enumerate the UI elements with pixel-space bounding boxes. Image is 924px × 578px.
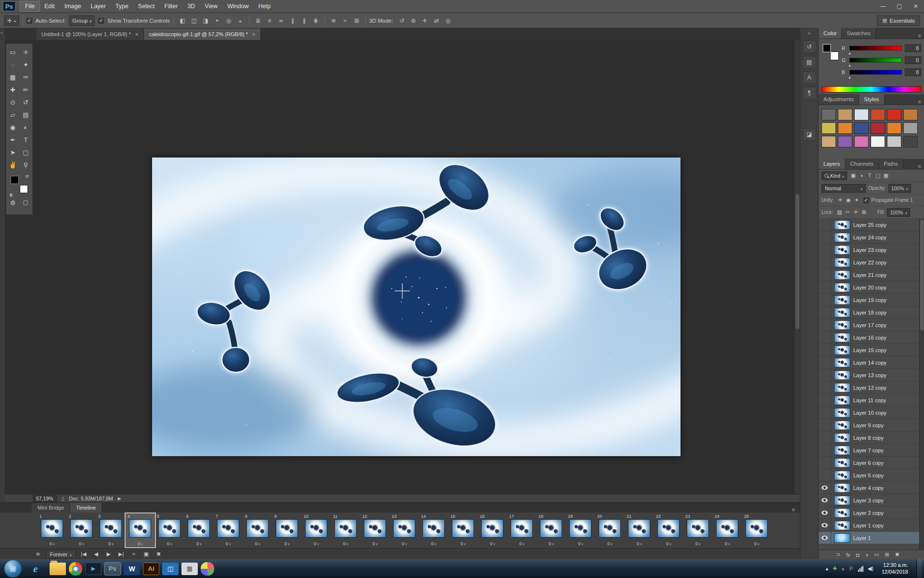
layer-thumbnail[interactable] <box>834 508 850 518</box>
new-group-icon[interactable]: ▭ <box>874 552 879 558</box>
rectangle-tool[interactable]: ▢ <box>19 146 32 158</box>
animation-frame[interactable]: 11 0 <box>331 513 360 547</box>
lock-transparency-icon[interactable]: ▨ <box>835 209 844 215</box>
tab-swatches[interactable]: Swatches <box>842 28 876 39</box>
channel-slider[interactable]: ▲ <box>849 46 902 51</box>
layer-thumbnail[interactable] <box>834 433 850 443</box>
style-swatch[interactable] <box>854 109 869 120</box>
menu-3d[interactable]: 3D <box>182 1 200 11</box>
frame-delay-dropdown[interactable]: 0 <box>742 541 771 546</box>
paint-icon[interactable] <box>201 562 214 576</box>
layer-visibility-toggle[interactable] <box>819 331 831 343</box>
animation-frame[interactable]: 20 0 <box>595 513 625 547</box>
animation-frame[interactable]: 8 0 <box>243 513 272 547</box>
auto-align-layers-icon[interactable]: ⊞ <box>351 16 362 26</box>
layer-thumbnail[interactable] <box>834 483 850 493</box>
tab-paths[interactable]: Paths <box>879 158 903 169</box>
animation-frame[interactable]: 13 0 <box>390 513 419 547</box>
layer-visibility-toggle[interactable] <box>819 281 831 293</box>
layer-visibility-toggle[interactable] <box>819 519 831 531</box>
layer-thumbnail[interactable] <box>834 220 850 230</box>
layer-thumbnail[interactable] <box>834 295 850 305</box>
adjustment-layer-icon[interactable]: ◑ <box>865 552 868 558</box>
layer-visibility-toggle[interactable] <box>819 532 831 544</box>
Layer 20 copy[interactable]: Layer 20 copy <box>819 281 924 294</box>
play-button[interactable]: ▶ <box>104 551 113 557</box>
menu-layer[interactable]: Layer <box>86 1 110 11</box>
layer-visibility-toggle[interactable] <box>819 419 831 431</box>
animation-frame[interactable]: 24 0 <box>713 513 742 547</box>
style-swatch[interactable] <box>871 109 885 120</box>
layer-thumbnail[interactable] <box>834 270 850 280</box>
distribute-horizontal-spacing-icon[interactable]: ≈ <box>340 16 350 26</box>
layer-visibility-toggle[interactable] <box>819 482 831 494</box>
animation-frame[interactable]: 23 0 <box>683 513 713 547</box>
quick-selection-tool[interactable]: ✦ <box>19 58 32 71</box>
slider-marker-icon[interactable]: ▲ <box>848 64 851 67</box>
Layer 6 copy[interactable]: Layer 6 copy <box>819 457 924 469</box>
file-explorer-icon[interactable] <box>50 563 66 575</box>
style-swatch[interactable] <box>903 109 918 120</box>
layer-thumbnail[interactable] <box>834 408 850 418</box>
Layer 14 copy[interactable]: Layer 14 copy <box>819 356 924 369</box>
layer-filter-dropdown[interactable]: Kind <box>821 171 847 180</box>
frame-delay-dropdown[interactable]: 0 <box>507 541 537 546</box>
canvas-area[interactable] <box>5 40 800 494</box>
duplicate-frame-button[interactable]: ▣ <box>142 551 151 557</box>
layer-thumbnail[interactable] <box>834 446 850 455</box>
blur-tool[interactable]: ◉ <box>6 121 19 133</box>
align-vertical-centers-icon[interactable]: ◎ <box>223 16 234 26</box>
animation-frame[interactable]: 12 0 <box>360 513 390 547</box>
style-swatch[interactable] <box>838 122 852 134</box>
layer-thumbnail[interactable] <box>834 345 850 355</box>
style-swatch[interactable] <box>854 136 869 147</box>
vertical-scrollbar[interactable] <box>794 40 800 494</box>
menu-window[interactable]: Window <box>222 1 253 11</box>
default-colors-icon[interactable] <box>10 191 14 195</box>
history-panel-icon[interactable]: ↺ <box>803 40 816 53</box>
path-selection-tool[interactable]: ➤ <box>6 146 19 158</box>
layer-visibility-toggle[interactable] <box>819 344 831 356</box>
channel-value-field[interactable]: 0 <box>905 44 921 52</box>
frame-delay-dropdown[interactable]: 0 <box>566 541 595 546</box>
action-center-flag-icon[interactable]: ⚐ <box>849 565 854 572</box>
dock-collapse-strip-left[interactable] <box>0 28 5 559</box>
healing-brush-tool[interactable]: ✚ <box>6 83 19 96</box>
filter-smart-objects-icon[interactable]: ▦ <box>882 172 890 179</box>
3d-rotate-icon[interactable]: ↺ <box>397 16 407 26</box>
move-tool[interactable]: ✛ <box>19 46 32 58</box>
frame-delay-dropdown[interactable]: 0 <box>595 541 625 546</box>
frame-delay-dropdown[interactable]: 0 <box>683 541 713 546</box>
layer-thumbnail[interactable] <box>834 320 850 330</box>
frame-delay-dropdown[interactable]: 0 <box>184 541 214 546</box>
style-swatch[interactable] <box>903 122 918 134</box>
Layer 15 copy[interactable]: Layer 15 copy <box>819 344 924 356</box>
filter-adjustment-layers-icon[interactable]: ◑ <box>858 172 866 179</box>
Layer 11 copy[interactable]: Layer 11 copy <box>819 394 924 407</box>
unify-style-icon[interactable]: ✦ <box>853 197 861 203</box>
frame-delay-dropdown[interactable]: 0 <box>214 541 243 546</box>
taskbar-clock[interactable]: 12:30 a.m. 12/04/2018 <box>878 562 912 576</box>
frame-delay-dropdown[interactable]: 0 <box>272 541 302 546</box>
frame-delay-dropdown[interactable]: 0 <box>625 541 654 546</box>
menu-view[interactable]: View <box>200 1 222 11</box>
illustrator-icon[interactable]: Ai <box>143 563 159 575</box>
tab-channels[interactable]: Channels <box>846 158 879 169</box>
layer-visibility-toggle[interactable] <box>819 469 831 481</box>
layer-visibility-toggle[interactable] <box>819 219 831 231</box>
animation-frame[interactable]: 4 0 <box>126 513 155 547</box>
layer-styles-icon[interactable]: fx <box>846 552 850 558</box>
distribute-vertical-centers-icon[interactable]: ≡ <box>264 16 275 26</box>
layer-thumbnail[interactable] <box>834 420 850 430</box>
style-swatch[interactable] <box>821 122 836 134</box>
media-player-icon[interactable]: ▶ <box>85 563 102 575</box>
frame-delay-dropdown[interactable]: 0 <box>96 541 126 546</box>
frame-delay-dropdown[interactable]: 0 <box>654 541 683 546</box>
color-spectrum-bar[interactable] <box>821 86 921 92</box>
animation-frame[interactable]: 2 0 <box>67 513 96 547</box>
frame-delay-dropdown[interactable]: 0 <box>126 541 155 546</box>
layer-visibility-toggle[interactable] <box>819 381 831 394</box>
menu-select[interactable]: Select <box>133 1 160 11</box>
style-swatch[interactable] <box>903 136 918 147</box>
layer-visibility-toggle[interactable] <box>819 494 831 506</box>
